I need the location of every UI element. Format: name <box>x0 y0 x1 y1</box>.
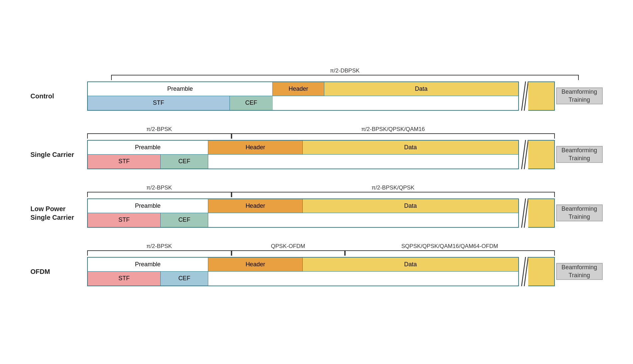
lpsc-bottom: STF CEF <box>88 213 518 227</box>
sc-row-group: π/2-BPSK π/2-BPSK/QPSK/QAM16 Single Carr… <box>31 121 603 169</box>
lpsc-stf: STF <box>88 213 161 227</box>
control-bracket-label: π/2-DBPSK <box>330 67 360 74</box>
lpsc-frame: Preamble Header Data STF CEF <box>87 198 519 228</box>
lpsc-top: Preamble Header Data <box>88 199 518 213</box>
sc-bottom: STF CEF <box>88 155 518 169</box>
lpsc-bracket-left: π/2-BPSK <box>87 184 232 197</box>
ofdm-bracket-1-label: π/2-BPSK <box>146 243 172 250</box>
ofdm-row-group: π/2-BPSK QPSK-OFDM SQPSK/QPSK/QAM16/QAM6… <box>31 238 603 286</box>
lpsc-label: Low Power Single Carrier <box>31 204 87 222</box>
control-cef: CEF <box>230 96 273 110</box>
sc-data: Data <box>303 141 518 154</box>
ofdm-bottom: STF CEF <box>88 272 518 286</box>
sc-bracket-left: π/2-BPSK <box>87 126 232 139</box>
lpsc-data-ext <box>528 198 555 228</box>
sc-preamble-top: Preamble <box>88 141 208 154</box>
sc-slash <box>519 140 528 169</box>
ofdm-bracket-2: QPSK-OFDM <box>232 243 345 256</box>
ofdm-frame-row: OFDM Preamble Header Data STF CEF <box>31 257 603 286</box>
ofdm-bracket-1: π/2-BPSK <box>87 243 232 256</box>
lpsc-data: Data <box>303 199 518 213</box>
lpsc-bracket-right-label: π/2-BPSK/QPSK <box>372 184 414 191</box>
control-frame: Preamble Header Data STF CEF <box>87 81 519 111</box>
control-frame-row: Control Preamble Header Data STF CEF <box>31 81 603 111</box>
ofdm-frame: Preamble Header Data STF CEF <box>87 257 519 286</box>
sc-bracket-right: π/2-BPSK/QPSK/QAM16 <box>232 126 603 139</box>
sc-header: Header <box>208 141 303 154</box>
lpsc-frame-row: Low Power Single Carrier Preamble Header… <box>31 198 603 228</box>
sc-beamforming: Beamforming Training <box>556 146 603 163</box>
ofdm-bracket-3-label: SQPSK/QPSK/QAM16/QAM64-OFDM <box>401 243 498 250</box>
ofdm-label: OFDM <box>31 267 87 276</box>
lpsc-row-group: π/2-BPSK π/2-BPSK/QPSK Low Power Single … <box>31 180 603 228</box>
ofdm-slash <box>519 257 528 286</box>
lpsc-beamforming: Beamforming Training <box>556 204 603 221</box>
control-stf: STF <box>88 96 230 110</box>
ofdm-top: Preamble Header Data <box>88 258 518 272</box>
control-header: Header <box>273 82 324 96</box>
ofdm-beamforming: Beamforming Training <box>556 263 603 280</box>
sc-cef: CEF <box>161 155 208 169</box>
lpsc-bracket-left-label: π/2-BPSK <box>146 184 172 191</box>
lpsc-preamble-top: Preamble <box>88 199 208 213</box>
lpsc-slash <box>519 198 528 228</box>
sc-stf: STF <box>88 155 161 169</box>
lpsc-cef: CEF <box>161 213 208 227</box>
lpsc-bracket-right: π/2-BPSK/QPSK <box>232 184 603 197</box>
ofdm-preamble-top: Preamble <box>88 258 208 271</box>
sc-frame-row: Single Carrier Preamble Header Data STF … <box>31 140 603 169</box>
control-slash <box>519 81 528 111</box>
ofdm-stf: STF <box>88 272 161 286</box>
sc-label: Single Carrier <box>31 150 87 159</box>
sc-bracket-right-label: π/2-BPSK/QPSK/QAM16 <box>361 126 425 133</box>
diagram: π/2-DBPSK Control Preamble Header Data S… <box>17 61 616 303</box>
ofdm-header: Header <box>208 258 303 271</box>
sc-bracket-left-label: π/2-BPSK <box>146 126 172 133</box>
control-data-ext <box>528 81 555 111</box>
control-label: Control <box>31 92 87 100</box>
control-top: Preamble Header Data <box>88 82 518 96</box>
sc-top: Preamble Header Data <box>88 141 518 155</box>
control-bottom: STF CEF <box>88 96 518 110</box>
ofdm-cef: CEF <box>161 272 208 286</box>
sc-frame: Preamble Header Data STF CEF <box>87 140 519 169</box>
sc-data-ext <box>528 140 555 169</box>
control-row-group: π/2-DBPSK Control Preamble Header Data S… <box>31 67 603 111</box>
ofdm-data: Data <box>303 258 518 271</box>
control-data: Data <box>324 82 518 96</box>
lpsc-header: Header <box>208 199 303 213</box>
control-preamble-top: Preamble <box>88 82 273 96</box>
ofdm-bracket-3: SQPSK/QPSK/QAM16/QAM64-OFDM <box>345 243 603 256</box>
ofdm-bracket-2-label: QPSK-OFDM <box>271 243 305 250</box>
ofdm-data-ext <box>528 257 555 286</box>
control-beamforming: Beamforming Training <box>556 87 603 104</box>
